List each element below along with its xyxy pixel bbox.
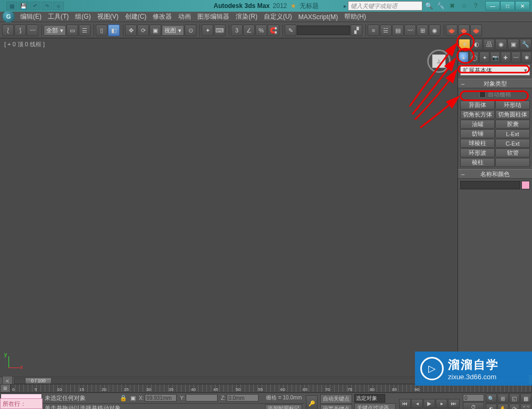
lock-selection-icon[interactable]: 🔒: [120, 395, 127, 402]
subtab-spacewarps[interactable]: 〰: [511, 52, 521, 63]
menu-help[interactable]: 帮助(H): [341, 11, 369, 22]
btn-chamfercyl[interactable]: 切角圆柱体: [495, 110, 530, 119]
subtab-shapes[interactable]: ◯: [469, 52, 479, 63]
select-region-rect-icon[interactable]: ▯: [96, 24, 107, 36]
help-icon[interactable]: ?: [470, 1, 481, 11]
btn-spindle[interactable]: 纺锤: [460, 129, 495, 138]
percent-snap-icon[interactable]: %: [255, 24, 267, 36]
schematic-view-icon[interactable]: ⊞: [417, 24, 428, 36]
pan-icon[interactable]: ✋: [497, 404, 509, 409]
bind-spacewarp-icon[interactable]: 〰: [27, 24, 38, 36]
btn-prism[interactable]: 棱柱: [460, 158, 495, 167]
current-frame-input[interactable]: 0: [463, 394, 484, 402]
key-selection-set[interactable]: 选定对象: [354, 394, 385, 403]
material-editor-icon[interactable]: ◉: [429, 24, 440, 36]
link-icon[interactable]: ⟅: [2, 24, 14, 36]
qat-redo-icon[interactable]: ↷: [41, 2, 52, 10]
render-production-icon[interactable]: 🫖: [470, 24, 482, 36]
goto-start-icon[interactable]: ⏮: [399, 399, 411, 408]
btn-ringwave[interactable]: 环形波: [460, 148, 495, 157]
set-key-large-icon[interactable]: 🔑: [306, 395, 318, 410]
favorite-icon[interactable]: ☆: [459, 1, 469, 11]
time-config-button[interactable]: ⏱: [463, 402, 484, 409]
select-move-icon[interactable]: ✥: [125, 24, 137, 36]
menu-rendering[interactable]: 渲染(R): [232, 11, 261, 22]
minimize-button[interactable]: —: [485, 1, 500, 11]
menu-group[interactable]: 组(G): [72, 11, 94, 22]
coord-y[interactable]: [186, 394, 218, 402]
manipulate-icon[interactable]: ✦: [202, 24, 213, 36]
mirror-icon[interactable]: ▞: [351, 24, 362, 36]
select-name-icon[interactable]: ☰: [79, 24, 90, 36]
key-filters-button[interactable]: 关键点过滤器...: [354, 403, 396, 409]
angle-snap-icon[interactable]: ∠: [243, 24, 255, 36]
viewport-label[interactable]: [ + 0 顶 0 线框 ]: [4, 40, 45, 48]
auto-key-button[interactable]: 自动关键点: [320, 394, 352, 404]
field-of-view-icon[interactable]: ◐: [486, 404, 497, 409]
btn-capsule[interactable]: 胶囊: [495, 120, 530, 129]
align-icon[interactable]: ≡: [368, 24, 379, 36]
autogrid-checkbox[interactable]: [479, 91, 486, 98]
ref-coord-system[interactable]: 视图▾: [162, 25, 184, 36]
btn-gengon[interactable]: 球棱柱: [460, 139, 495, 148]
app-menu-button[interactable]: G: [2, 10, 15, 23]
next-frame-icon[interactable]: ▸: [436, 399, 447, 408]
menu-grapheditors[interactable]: 图形编辑器: [194, 11, 232, 22]
layers-icon[interactable]: ☱: [380, 24, 392, 36]
snap-2d-icon[interactable]: 3: [231, 24, 243, 36]
render-setup-icon[interactable]: 🫖: [446, 24, 458, 36]
subtab-cameras[interactable]: 📷: [490, 52, 500, 63]
goto-end-icon[interactable]: ⏭: [448, 399, 460, 408]
search-input[interactable]: 键入关键字或短语: [348, 1, 422, 11]
menu-customize[interactable]: 自定义(U): [261, 11, 295, 22]
qat-link-icon[interactable]: ⎋: [53, 2, 64, 10]
btn-oiltank[interactable]: 油罐: [460, 120, 495, 129]
curve-editor-icon[interactable]: 〰: [404, 24, 416, 36]
isolate-icon[interactable]: ▣: [130, 395, 136, 402]
exchange-icon[interactable]: ✖: [447, 1, 458, 11]
viewcube[interactable]: 上: [426, 48, 452, 74]
rendered-frame-icon[interactable]: 🫖: [458, 24, 470, 36]
keyboard-shortcut-icon[interactable]: ⌨: [214, 24, 226, 36]
select-object-icon[interactable]: ▭: [66, 24, 78, 36]
add-time-tag-button[interactable]: 添加时间标记: [265, 404, 302, 409]
graphite-ribbon-icon[interactable]: ▤: [392, 24, 404, 36]
category-dropdown[interactable]: 扩展基本体 ▾: [460, 65, 530, 76]
trackbar-toggle-icon[interactable]: ⊞: [0, 384, 11, 393]
set-key-button[interactable]: 设置关键点: [320, 404, 352, 409]
select-rotate-icon[interactable]: ⟳: [137, 24, 149, 36]
orbit-icon[interactable]: ⟳: [509, 404, 520, 409]
menu-animation[interactable]: 动画: [175, 11, 194, 22]
edit-named-sel-icon[interactable]: ✎: [285, 24, 296, 36]
tab-create[interactable]: ✳: [459, 39, 470, 50]
object-color-swatch[interactable]: [521, 181, 530, 189]
use-pivot-center-icon[interactable]: ⊙: [185, 24, 196, 36]
maximize-button[interactable]: □: [500, 1, 515, 11]
menu-maxscript[interactable]: MAXScript(M): [295, 12, 342, 22]
rollout-object-type[interactable]: –对象类型: [458, 79, 532, 88]
btn-empty[interactable]: [495, 158, 530, 167]
tab-motion[interactable]: ◉: [495, 39, 507, 50]
tab-hierarchy[interactable]: 品: [483, 39, 495, 50]
unlink-icon[interactable]: ⟆: [14, 24, 26, 36]
coord-z[interactable]: 0.0mm: [227, 394, 259, 402]
btn-hose[interactable]: 软管: [495, 148, 530, 157]
zoom-extents-icon[interactable]: ◱: [509, 394, 520, 403]
autogrid-row[interactable]: 自动栅格: [458, 88, 532, 101]
qat-workspace-icon[interactable]: ▦: [6, 2, 17, 10]
zoom-icon[interactable]: 🔍: [486, 394, 497, 403]
menu-edit[interactable]: 编辑(E): [17, 11, 45, 22]
btn-l-ext[interactable]: L-Ext: [495, 129, 530, 138]
tab-utilities[interactable]: 🔧: [520, 39, 531, 50]
btn-c-ext[interactable]: C-Ext: [495, 139, 530, 148]
menu-create[interactable]: 创建(C): [122, 11, 150, 22]
selection-filter[interactable]: 全部▾: [44, 25, 66, 36]
zoom-extents-all-icon[interactable]: ▦: [520, 394, 531, 403]
subtab-lights[interactable]: ✦: [479, 52, 489, 63]
named-selection-sets[interactable]: [297, 26, 350, 35]
subtab-helpers[interactable]: ✚: [501, 52, 511, 63]
select-scale-icon[interactable]: ▣: [149, 24, 161, 36]
menu-tools[interactable]: 工具(T): [45, 11, 72, 22]
rollout-name-color[interactable]: –名称和颜色: [458, 169, 532, 179]
btn-hedra[interactable]: 异面体: [460, 101, 495, 110]
